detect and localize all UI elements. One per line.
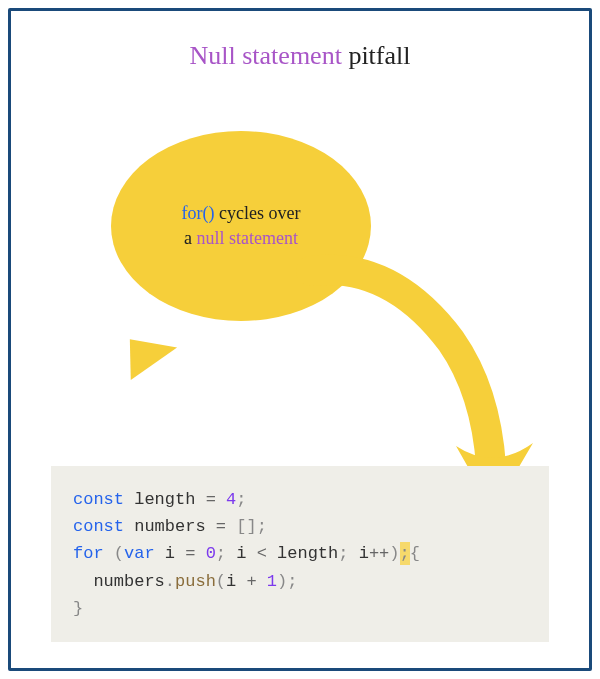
- punc-semi: ;: [338, 544, 358, 563]
- punc-brace: }: [73, 599, 83, 618]
- punc-array: []: [236, 517, 256, 536]
- id-i: i: [359, 544, 369, 563]
- punc-paren: ): [277, 572, 287, 591]
- op-inc: ++: [369, 544, 389, 563]
- num-1: 1: [267, 572, 277, 591]
- code-block: const length = 4; const numbers = []; fo…: [51, 466, 549, 642]
- num-4: 4: [226, 490, 236, 509]
- kw-for: for: [73, 544, 104, 563]
- code-line-3: for (var i = 0; i < length; i++);{: [73, 540, 527, 567]
- code-line-2: const numbers = [];: [73, 513, 527, 540]
- indent: [73, 572, 93, 591]
- diagram-frame: Null statement pitfall for() cycles over…: [8, 8, 592, 671]
- punc-semi: ;: [287, 572, 297, 591]
- op-eq: =: [216, 517, 236, 536]
- punc-paren: ): [389, 544, 399, 563]
- title-plain: pitfall: [342, 41, 411, 70]
- speech-bubble-body: for() cycles over a null statement: [111, 131, 371, 321]
- title-accent: Null statement: [190, 41, 342, 70]
- id-i: i: [236, 544, 256, 563]
- bubble-text-mid2: a: [184, 228, 197, 248]
- id-i: i: [155, 544, 186, 563]
- punc-dot: .: [165, 572, 175, 591]
- punc-semi: ;: [216, 544, 236, 563]
- code-line-5: }: [73, 595, 527, 622]
- punc-brace: {: [410, 544, 420, 563]
- speech-bubble-text: for() cycles over a null statement: [182, 201, 301, 251]
- bubble-null-keyword: null statement: [197, 228, 298, 248]
- punc-semi: ;: [257, 517, 267, 536]
- id-length: length: [124, 490, 206, 509]
- kw-const: const: [73, 490, 124, 509]
- kw-const: const: [73, 517, 124, 536]
- speech-bubble-tail-icon: [123, 339, 177, 387]
- punc-paren: (: [104, 544, 124, 563]
- op-lt: <: [257, 544, 277, 563]
- op-eq: =: [206, 490, 226, 509]
- id-numbers: numbers: [93, 572, 164, 591]
- fn-push: push: [175, 572, 216, 591]
- null-statement-semicolon: ;: [400, 542, 410, 565]
- num-0: 0: [206, 544, 216, 563]
- id-numbers: numbers: [124, 517, 216, 536]
- op-eq: =: [185, 544, 205, 563]
- punc-semi: ;: [236, 490, 246, 509]
- id-length: length: [277, 544, 338, 563]
- id-i: i: [226, 572, 246, 591]
- op-plus: +: [246, 572, 266, 591]
- diagram-title: Null statement pitfall: [11, 41, 589, 71]
- code-line-4: numbers.push(i + 1);: [73, 568, 527, 595]
- bubble-text-mid1: cycles over: [215, 203, 301, 223]
- punc-paren: (: [216, 572, 226, 591]
- bubble-for-keyword: for(): [182, 203, 215, 223]
- kw-var: var: [124, 544, 155, 563]
- speech-bubble: for() cycles over a null statement: [111, 131, 371, 361]
- code-line-1: const length = 4;: [73, 486, 527, 513]
